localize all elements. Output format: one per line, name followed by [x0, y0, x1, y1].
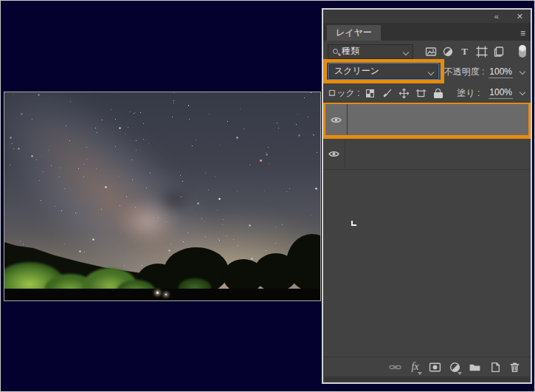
- delete-layer-trash-icon[interactable]: [508, 361, 521, 374]
- new-group-folder-icon[interactable]: [469, 361, 481, 374]
- chevron-down-icon[interactable]: [520, 89, 525, 95]
- add-layer-mask-icon[interactable]: [429, 361, 441, 374]
- filter-pixel-layers-icon[interactable]: [424, 45, 437, 58]
- flyout-indicator-icon: [418, 372, 422, 375]
- ground-silhouette: [4, 289, 320, 300]
- chevron-down-icon[interactable]: [520, 68, 525, 74]
- tab-layers[interactable]: レイヤー: [327, 25, 381, 41]
- tab-layers-label: レイヤー: [336, 27, 372, 39]
- visibility-eye-icon[interactable]: [325, 104, 348, 135]
- filter-smart-objects-icon[interactable]: [492, 45, 505, 58]
- fill-control: 塗り : 100%: [457, 87, 525, 100]
- tutorial-screenshot: { "panel": { "titlebar": { "collapse_gly…: [0, 0, 535, 392]
- collapse-panel-icon[interactable]: «: [494, 13, 499, 21]
- panel-resize-strip[interactable]: [324, 376, 530, 382]
- star-field: [4, 92, 5, 93]
- highlight-blend-mode-annotation: スクリーン: [323, 59, 444, 83]
- layers-list: 背景 のコピー 背景: [323, 103, 531, 382]
- lock-image-pixels-brush-icon[interactable]: [382, 87, 393, 99]
- opacity-value[interactable]: 100%: [489, 66, 513, 78]
- filter-kind-dropdown[interactable]: 種類: [328, 44, 413, 59]
- search-icon: [333, 49, 338, 54]
- lock-label: ロック :: [328, 87, 360, 100]
- opacity-label: 不透明度 :: [444, 66, 485, 78]
- lock-artboard-icon[interactable]: [415, 87, 427, 99]
- lock-position-move-icon[interactable]: [398, 87, 410, 99]
- panel-tab-bar: レイヤー ≡: [323, 23, 531, 41]
- filter-type-layers-icon[interactable]: T: [458, 45, 471, 58]
- chevron-down-icon: [403, 49, 409, 55]
- blend-mode-row: スクリーン 不透明度 : 100%: [323, 60, 531, 84]
- opacity-control: 不透明度 : 100%: [444, 66, 525, 78]
- blend-mode-value: スクリーン: [334, 65, 379, 78]
- panel-bottom-toolbar: fx: [323, 357, 531, 376]
- layers-panel: « ✕ レイヤー ≡ 種類 T: [322, 8, 532, 384]
- flyout-indicator-icon: [458, 372, 462, 375]
- milky-way-photo: [4, 92, 320, 300]
- distant-light: [165, 294, 167, 295]
- layer-row-background[interactable]: 背景: [323, 139, 531, 170]
- close-panel-icon[interactable]: ✕: [517, 13, 523, 21]
- lock-all-icon[interactable]: [432, 87, 444, 99]
- layer-thumbnail[interactable]: [351, 103, 531, 258]
- filter-on-off-toggle[interactable]: [519, 45, 526, 58]
- fill-value[interactable]: 100%: [489, 87, 513, 99]
- new-layer-icon[interactable]: [489, 361, 501, 374]
- distant-light: [156, 292, 159, 294]
- lock-transparent-pixels-icon[interactable]: [365, 87, 376, 99]
- link-layers-icon[interactable]: [389, 361, 401, 374]
- blend-mode-dropdown[interactable]: スクリーン: [329, 64, 438, 79]
- filter-type-buttons: T: [424, 45, 505, 58]
- visibility-eye-icon[interactable]: [323, 139, 345, 169]
- filter-shape-layers-icon[interactable]: [475, 45, 488, 58]
- lock-row: ロック : 塗り : 100%: [323, 84, 531, 103]
- document-canvas: [4, 92, 321, 301]
- filter-adjustment-layers-icon[interactable]: [441, 45, 454, 58]
- add-adjustment-layer-icon[interactable]: [449, 361, 461, 374]
- layer-style-fx-icon[interactable]: fx: [409, 361, 421, 374]
- chevron-down-icon: [428, 69, 434, 75]
- fill-label: 塗り :: [457, 87, 480, 100]
- panel-titlebar: « ✕: [323, 10, 531, 23]
- panel-menu-icon[interactable]: ≡: [520, 28, 531, 41]
- filter-kind-label: 種類: [342, 45, 359, 58]
- layer-filter-row: 種類 T: [323, 41, 531, 60]
